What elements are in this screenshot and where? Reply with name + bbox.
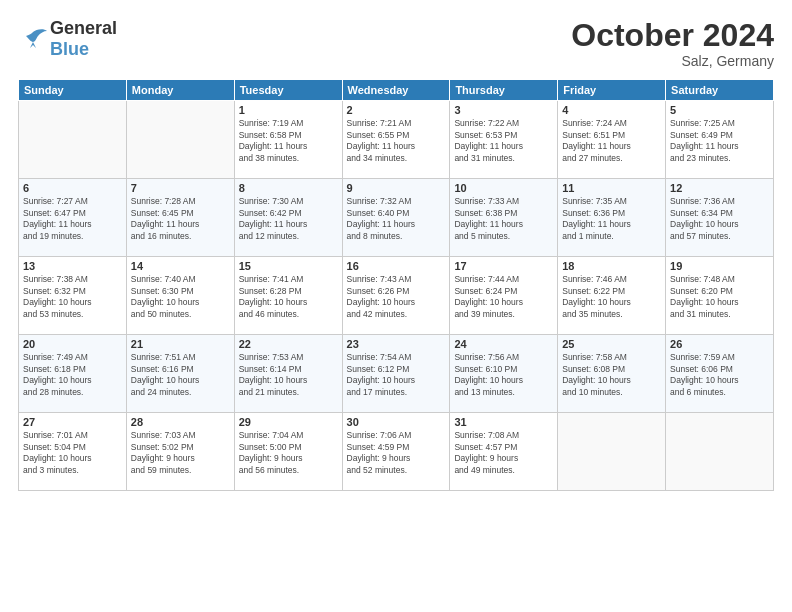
week-row-1: 1Sunrise: 7:19 AM Sunset: 6:58 PM Daylig… bbox=[19, 101, 774, 179]
day-cell: 4Sunrise: 7:24 AM Sunset: 6:51 PM Daylig… bbox=[558, 101, 666, 179]
day-cell: 7Sunrise: 7:28 AM Sunset: 6:45 PM Daylig… bbox=[126, 179, 234, 257]
day-info: Sunrise: 7:27 AM Sunset: 6:47 PM Dayligh… bbox=[23, 196, 122, 242]
day-cell: 1Sunrise: 7:19 AM Sunset: 6:58 PM Daylig… bbox=[234, 101, 342, 179]
day-number: 18 bbox=[562, 260, 661, 272]
day-cell: 16Sunrise: 7:43 AM Sunset: 6:26 PM Dayli… bbox=[342, 257, 450, 335]
day-number: 7 bbox=[131, 182, 230, 194]
day-info: Sunrise: 7:38 AM Sunset: 6:32 PM Dayligh… bbox=[23, 274, 122, 320]
weekday-thursday: Thursday bbox=[450, 80, 558, 101]
day-number: 26 bbox=[670, 338, 769, 350]
day-number: 25 bbox=[562, 338, 661, 350]
day-number: 31 bbox=[454, 416, 553, 428]
day-number: 10 bbox=[454, 182, 553, 194]
day-cell: 6Sunrise: 7:27 AM Sunset: 6:47 PM Daylig… bbox=[19, 179, 127, 257]
day-info: Sunrise: 7:36 AM Sunset: 6:34 PM Dayligh… bbox=[670, 196, 769, 242]
day-info: Sunrise: 7:03 AM Sunset: 5:02 PM Dayligh… bbox=[131, 430, 230, 476]
day-info: Sunrise: 7:44 AM Sunset: 6:24 PM Dayligh… bbox=[454, 274, 553, 320]
weekday-tuesday: Tuesday bbox=[234, 80, 342, 101]
day-info: Sunrise: 7:49 AM Sunset: 6:18 PM Dayligh… bbox=[23, 352, 122, 398]
day-number: 14 bbox=[131, 260, 230, 272]
day-number: 29 bbox=[239, 416, 338, 428]
day-number: 17 bbox=[454, 260, 553, 272]
day-number: 8 bbox=[239, 182, 338, 194]
day-cell: 30Sunrise: 7:06 AM Sunset: 4:59 PM Dayli… bbox=[342, 413, 450, 491]
day-info: Sunrise: 7:06 AM Sunset: 4:59 PM Dayligh… bbox=[347, 430, 446, 476]
day-info: Sunrise: 7:58 AM Sunset: 6:08 PM Dayligh… bbox=[562, 352, 661, 398]
day-info: Sunrise: 7:28 AM Sunset: 6:45 PM Dayligh… bbox=[131, 196, 230, 242]
day-number: 2 bbox=[347, 104, 446, 116]
day-info: Sunrise: 7:25 AM Sunset: 6:49 PM Dayligh… bbox=[670, 118, 769, 164]
day-number: 9 bbox=[347, 182, 446, 194]
day-cell: 22Sunrise: 7:53 AM Sunset: 6:14 PM Dayli… bbox=[234, 335, 342, 413]
title-block: October 2024 Salz, Germany bbox=[571, 18, 774, 69]
month-title: October 2024 bbox=[571, 18, 774, 53]
day-cell bbox=[19, 101, 127, 179]
day-info: Sunrise: 7:48 AM Sunset: 6:20 PM Dayligh… bbox=[670, 274, 769, 320]
calendar-table: SundayMondayTuesdayWednesdayThursdayFrid… bbox=[18, 79, 774, 491]
weekday-friday: Friday bbox=[558, 80, 666, 101]
day-info: Sunrise: 7:22 AM Sunset: 6:53 PM Dayligh… bbox=[454, 118, 553, 164]
day-number: 4 bbox=[562, 104, 661, 116]
day-cell: 9Sunrise: 7:32 AM Sunset: 6:40 PM Daylig… bbox=[342, 179, 450, 257]
day-number: 19 bbox=[670, 260, 769, 272]
day-number: 5 bbox=[670, 104, 769, 116]
day-cell: 24Sunrise: 7:56 AM Sunset: 6:10 PM Dayli… bbox=[450, 335, 558, 413]
weekday-header-row: SundayMondayTuesdayWednesdayThursdayFrid… bbox=[19, 80, 774, 101]
day-number: 11 bbox=[562, 182, 661, 194]
day-number: 3 bbox=[454, 104, 553, 116]
day-number: 12 bbox=[670, 182, 769, 194]
day-number: 21 bbox=[131, 338, 230, 350]
day-cell: 27Sunrise: 7:01 AM Sunset: 5:04 PM Dayli… bbox=[19, 413, 127, 491]
day-number: 24 bbox=[454, 338, 553, 350]
day-info: Sunrise: 7:56 AM Sunset: 6:10 PM Dayligh… bbox=[454, 352, 553, 398]
day-number: 6 bbox=[23, 182, 122, 194]
day-number: 1 bbox=[239, 104, 338, 116]
week-row-4: 20Sunrise: 7:49 AM Sunset: 6:18 PM Dayli… bbox=[19, 335, 774, 413]
weekday-saturday: Saturday bbox=[666, 80, 774, 101]
day-cell: 26Sunrise: 7:59 AM Sunset: 6:06 PM Dayli… bbox=[666, 335, 774, 413]
day-info: Sunrise: 7:40 AM Sunset: 6:30 PM Dayligh… bbox=[131, 274, 230, 320]
day-cell bbox=[126, 101, 234, 179]
day-info: Sunrise: 7:04 AM Sunset: 5:00 PM Dayligh… bbox=[239, 430, 338, 476]
day-cell: 12Sunrise: 7:36 AM Sunset: 6:34 PM Dayli… bbox=[666, 179, 774, 257]
day-info: Sunrise: 7:35 AM Sunset: 6:36 PM Dayligh… bbox=[562, 196, 661, 242]
day-info: Sunrise: 7:43 AM Sunset: 6:26 PM Dayligh… bbox=[347, 274, 446, 320]
day-cell: 13Sunrise: 7:38 AM Sunset: 6:32 PM Dayli… bbox=[19, 257, 127, 335]
day-info: Sunrise: 7:30 AM Sunset: 6:42 PM Dayligh… bbox=[239, 196, 338, 242]
day-info: Sunrise: 7:53 AM Sunset: 6:14 PM Dayligh… bbox=[239, 352, 338, 398]
logo-text: GeneralBlue bbox=[50, 18, 117, 60]
day-cell bbox=[558, 413, 666, 491]
day-number: 13 bbox=[23, 260, 122, 272]
day-cell: 18Sunrise: 7:46 AM Sunset: 6:22 PM Dayli… bbox=[558, 257, 666, 335]
day-number: 28 bbox=[131, 416, 230, 428]
day-info: Sunrise: 7:32 AM Sunset: 6:40 PM Dayligh… bbox=[347, 196, 446, 242]
logo-bird-icon bbox=[18, 28, 48, 50]
day-cell: 28Sunrise: 7:03 AM Sunset: 5:02 PM Dayli… bbox=[126, 413, 234, 491]
day-cell: 29Sunrise: 7:04 AM Sunset: 5:00 PM Dayli… bbox=[234, 413, 342, 491]
day-cell: 5Sunrise: 7:25 AM Sunset: 6:49 PM Daylig… bbox=[666, 101, 774, 179]
day-cell: 10Sunrise: 7:33 AM Sunset: 6:38 PM Dayli… bbox=[450, 179, 558, 257]
weekday-wednesday: Wednesday bbox=[342, 80, 450, 101]
day-info: Sunrise: 7:54 AM Sunset: 6:12 PM Dayligh… bbox=[347, 352, 446, 398]
day-info: Sunrise: 7:01 AM Sunset: 5:04 PM Dayligh… bbox=[23, 430, 122, 476]
week-row-5: 27Sunrise: 7:01 AM Sunset: 5:04 PM Dayli… bbox=[19, 413, 774, 491]
day-info: Sunrise: 7:21 AM Sunset: 6:55 PM Dayligh… bbox=[347, 118, 446, 164]
day-cell: 14Sunrise: 7:40 AM Sunset: 6:30 PM Dayli… bbox=[126, 257, 234, 335]
day-cell: 20Sunrise: 7:49 AM Sunset: 6:18 PM Dayli… bbox=[19, 335, 127, 413]
weekday-monday: Monday bbox=[126, 80, 234, 101]
day-cell: 23Sunrise: 7:54 AM Sunset: 6:12 PM Dayli… bbox=[342, 335, 450, 413]
day-info: Sunrise: 7:46 AM Sunset: 6:22 PM Dayligh… bbox=[562, 274, 661, 320]
day-number: 15 bbox=[239, 260, 338, 272]
week-row-3: 13Sunrise: 7:38 AM Sunset: 6:32 PM Dayli… bbox=[19, 257, 774, 335]
day-number: 27 bbox=[23, 416, 122, 428]
day-cell: 21Sunrise: 7:51 AM Sunset: 6:16 PM Dayli… bbox=[126, 335, 234, 413]
day-cell: 15Sunrise: 7:41 AM Sunset: 6:28 PM Dayli… bbox=[234, 257, 342, 335]
day-number: 20 bbox=[23, 338, 122, 350]
week-row-2: 6Sunrise: 7:27 AM Sunset: 6:47 PM Daylig… bbox=[19, 179, 774, 257]
day-cell: 31Sunrise: 7:08 AM Sunset: 4:57 PM Dayli… bbox=[450, 413, 558, 491]
day-cell bbox=[666, 413, 774, 491]
location: Salz, Germany bbox=[571, 53, 774, 69]
day-cell: 3Sunrise: 7:22 AM Sunset: 6:53 PM Daylig… bbox=[450, 101, 558, 179]
day-cell: 25Sunrise: 7:58 AM Sunset: 6:08 PM Dayli… bbox=[558, 335, 666, 413]
day-info: Sunrise: 7:08 AM Sunset: 4:57 PM Dayligh… bbox=[454, 430, 553, 476]
